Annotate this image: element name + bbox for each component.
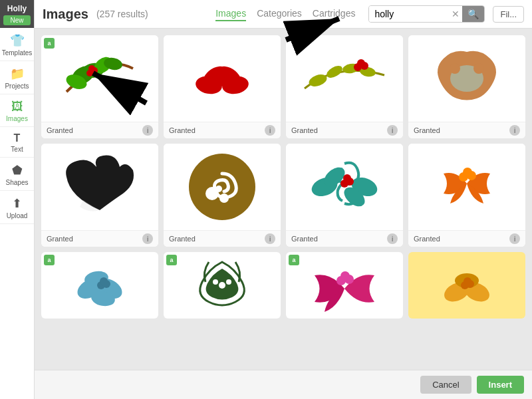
image-label-3: Granted [291,126,318,134]
image-card-9[interactable]: a [41,252,158,319]
image-label-7: Granted [291,235,318,243]
cancel-button[interactable]: Cancel [420,376,471,394]
image-footer-2: Granted i [164,122,281,138]
image-area-4 [408,35,525,122]
svg-point-38 [343,174,351,182]
image-area-9 [41,252,158,319]
search-input[interactable] [369,6,449,22]
sidebar-label-text: Text [11,146,23,153]
info-button-5[interactable]: i [142,233,153,244]
svg-point-31 [215,186,222,192]
image-card-1[interactable]: a [41,35,158,138]
tab-categories[interactable]: Categories [257,7,302,21]
grid-container: a [41,35,525,319]
image-footer-3: Granted i [286,122,403,138]
image-grid: a [35,29,532,370]
info-button-6[interactable]: i [265,233,275,244]
text-icon: T [14,132,21,144]
badge-11: a [289,255,299,265]
image-footer-8: Granted i [408,230,525,247]
image-footer-1: Granted i [41,122,158,138]
image-label-5: Granted [47,235,73,243]
sidebar-item-templates[interactable]: 👕 Templates [0,28,34,61]
user-profile: Holly New [0,0,34,28]
search-bar: ✕ 🔍 [368,5,485,23]
sidebar-item-text[interactable]: T Text [0,127,34,158]
tab-images[interactable]: Images [215,7,246,21]
svg-point-60 [464,277,471,285]
image-card-2[interactable]: Granted i [164,35,281,138]
svg-point-48 [100,277,108,285]
new-button[interactable]: New [3,15,31,25]
sidebar: Holly New 👕 Templates 📁 Projects 🖼 Image… [0,0,35,399]
templates-icon: 👕 [10,33,25,48]
image-card-8[interactable]: Granted i [408,144,525,247]
svg-point-17 [218,68,227,78]
info-button-1[interactable]: i [142,125,153,136]
svg-point-51 [226,279,231,285]
sidebar-label-upload: Upload [7,212,28,219]
badge-1: a [44,38,55,49]
image-area-10 [164,252,281,319]
image-area-12 [408,252,525,319]
svg-point-30 [219,194,229,203]
image-area-2 [164,35,281,122]
projects-icon: 📁 [10,66,25,81]
svg-point-10 [88,65,95,72]
svg-point-41 [463,168,472,177]
badge-9: a [44,255,55,265]
info-button-4[interactable]: i [509,125,520,136]
image-card-3[interactable]: Granted i [286,35,403,138]
image-card-7[interactable]: Granted i [286,144,403,247]
image-label-2: Granted [169,126,196,134]
filter-button[interactable]: Fil... [493,6,524,23]
page-title: Images [43,7,88,22]
insert-button[interactable]: Insert [477,376,524,394]
results-count: (257 results) [96,9,148,19]
tab-cartridges[interactable]: Cartridges [313,7,356,21]
bottombar: Cancel Insert [35,370,532,399]
image-footer-6: Granted i [164,230,281,247]
search-button[interactable]: 🔍 [462,6,484,22]
info-button-3[interactable]: i [387,125,398,136]
sidebar-label-projects: Projects [5,82,29,90]
svg-point-54 [340,271,350,281]
image-card-11[interactable]: a [286,252,403,319]
svg-point-27 [473,63,484,74]
sidebar-item-shapes[interactable]: ⬟ Shapes [0,158,34,191]
image-card-5[interactable]: Granted i [41,144,158,247]
image-area-1 [41,35,158,122]
image-card-12[interactable] [408,252,525,319]
image-card-6[interactable]: Granted i [164,144,281,247]
sidebar-item-upload[interactable]: ⬆ Upload [0,191,34,224]
svg-point-50 [213,279,218,285]
info-button-8[interactable]: i [509,233,520,244]
main-panel: Images (257 results) Images Categories C… [35,0,532,399]
sidebar-item-projects[interactable]: 📁 Projects [0,61,34,94]
image-area-7 [286,144,403,230]
topbar: Images (257 results) Images Categories C… [35,0,532,29]
image-area-11 [286,252,403,319]
sidebar-label-templates: Templates [2,49,33,57]
image-label-8: Granted [414,235,440,243]
user-name: Holly [0,4,34,13]
image-area-5 [41,144,158,230]
sidebar-item-images[interactable]: 🖼 Images [0,94,34,127]
image-label-4: Granted [414,126,440,134]
sidebar-label-images: Images [6,115,28,122]
image-card-10[interactable]: a [164,252,281,319]
tab-navigation: Images Categories Cartridges [215,7,355,21]
svg-point-49 [219,282,225,289]
clear-search-button[interactable]: ✕ [449,9,462,19]
shapes-icon: ⬟ [12,163,23,178]
image-card-4[interactable]: Granted i [408,35,525,138]
svg-point-26 [450,63,460,74]
info-button-7[interactable]: i [387,233,398,244]
image-area-8 [408,144,525,230]
badge-10: a [166,255,177,265]
image-area-3 [286,35,403,122]
sidebar-label-shapes: Shapes [6,179,29,186]
image-footer-4: Granted i [408,122,525,138]
image-area-6 [164,144,281,230]
info-button-2[interactable]: i [265,125,275,136]
